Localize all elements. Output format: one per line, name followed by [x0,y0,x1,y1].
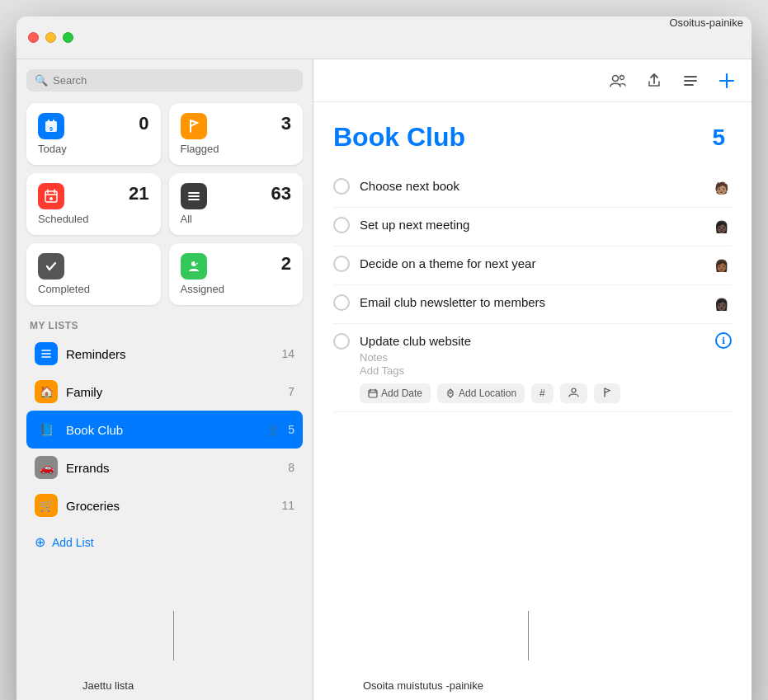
svg-text:+: + [196,261,198,265]
smart-list-today[interactable]: 9 0 Today [26,103,161,165]
task-notes[interactable]: Notes [360,351,705,364]
today-icon: 9 [38,113,64,139]
smart-list-scheduled[interactable]: 21 Scheduled [26,173,161,235]
content-area: Book Club 5 Choose next book 🧑🏽 Set up n… [313,59,752,700]
book-club-list-icon: 📘 [35,418,58,441]
groceries-list-name: Groceries [66,499,273,513]
traffic-lights [28,32,73,43]
share-button[interactable] [643,69,666,92]
family-list-name: Family [66,385,280,399]
assigned-icon: + [181,253,207,280]
add-tag-button[interactable]: # [531,383,554,403]
errands-list-name: Errands [66,461,280,475]
task-avatar: 👩🏾 [710,255,732,276]
sidebar-item-family[interactable]: 🏠 Family 7 [26,373,303,411]
task-item: Choose next book 🧑🏽 [333,169,732,208]
groceries-list-count: 11 [281,499,294,512]
assigned-label: Assigned [181,283,292,295]
list-title-row: Book Club 5 [333,122,732,153]
task-text-col: Decide on a theme for next year [360,255,700,272]
task-text-col: Update club website Notes Add Tags Add D… [360,332,705,403]
search-icon: 🔍 [35,74,48,87]
add-list-plus-icon: ⊕ [35,534,45,550]
sidebar-item-groceries[interactable]: 🛒 Groceries 11 [26,486,303,524]
scheduled-icon [38,183,64,209]
reminders-list-name: Reminders [66,347,273,361]
svg-text:9: 9 [49,126,53,132]
smart-list-assigned[interactable]: + 2 Assigned [169,243,304,305]
task-checkbox[interactable] [333,294,350,311]
add-task-button[interactable] [715,69,738,92]
all-label: All [181,213,292,225]
task-item: Update club website Notes Add Tags Add D… [333,324,732,412]
smart-list-completed[interactable]: Completed [26,243,161,305]
scheduled-label: Scheduled [38,213,149,225]
assign-button[interactable] [560,383,587,403]
task-checkbox[interactable] [333,256,350,272]
flagged-label: Flagged [181,143,292,155]
titlebar [16,16,752,59]
sidebar: 🔍 9 [16,59,313,700]
add-list-label: Add List [52,536,94,549]
sidebar-item-book-club[interactable]: 📘 Book Club 👤 5 [26,411,303,449]
svg-point-32 [572,388,576,392]
collaborators-button[interactable] [606,69,629,92]
groceries-list-icon: 🛒 [35,494,58,517]
svg-point-20 [620,75,624,79]
errands-list-count: 8 [288,461,294,474]
add-location-button[interactable]: Add Location [437,383,525,403]
sidebar-item-errands[interactable]: 🚗 Errands 8 [26,449,303,486]
completed-label: Completed [38,283,149,295]
svg-rect-5 [45,191,57,202]
smart-list-flagged[interactable]: 3 Flagged [169,103,304,165]
member-count: 5 [712,124,725,151]
completed-icon [38,253,64,280]
task-text: Email club newsletter to members [360,295,545,309]
sidebar-item-reminders[interactable]: Reminders 14 [26,335,303,373]
add-date-label: Add Date [381,388,422,399]
task-checkbox[interactable] [333,178,350,195]
task-checkbox[interactable] [333,333,350,350]
add-list-button[interactable]: ⊕ Add List [26,526,303,558]
task-text: Choose next book [360,179,459,193]
sort-button[interactable] [679,69,702,92]
book-club-list-count: 5 [288,423,294,436]
svg-point-31 [450,392,451,393]
svg-rect-3 [53,120,54,123]
add-date-button[interactable]: Add Date [360,383,431,403]
task-checkbox[interactable] [333,217,350,233]
add-location-label: Add Location [459,388,516,399]
svg-point-19 [613,75,619,81]
task-item: Decide on a theme for next year 👩🏾 [333,247,732,285]
task-text-col: Email club newsletter to members [360,294,700,311]
svg-marker-30 [448,389,453,397]
reminders-list-icon [35,342,58,365]
toolbar [313,59,752,102]
task-text-col: Choose next book [360,177,700,195]
task-avatar: 👩🏿 [710,216,732,237]
task-tags[interactable]: Add Tags [360,364,705,377]
smart-list-all[interactable]: 63 All [169,173,304,235]
my-lists-header: My Lists [26,320,303,331]
family-list-count: 7 [288,385,294,398]
search-bar[interactable]: 🔍 [26,69,303,92]
task-text: Decide on a theme for next year [360,256,535,270]
task-item: Email club newsletter to members 👩🏿 [333,285,732,324]
svg-point-9 [49,197,53,200]
content-body: Book Club 5 Choose next book 🧑🏽 Set up n… [313,102,752,700]
all-count: 63 [271,183,291,204]
book-club-list-name: Book Club [66,423,258,437]
flag-button[interactable] [594,383,620,403]
shared-list-icon: 👤 [266,424,280,436]
close-button[interactable] [28,32,39,43]
scheduled-count: 21 [129,183,148,204]
minimize-button[interactable] [45,32,56,43]
maximize-button[interactable] [63,32,73,43]
flagged-count: 3 [281,113,291,134]
main-layout: 🔍 9 [16,59,752,700]
assign-symbol [568,387,579,400]
task-info-button[interactable]: ℹ [715,332,732,349]
search-input[interactable] [53,74,294,87]
assigned-count: 2 [281,253,291,275]
task-actions: Add Date Add Location # [360,383,705,403]
